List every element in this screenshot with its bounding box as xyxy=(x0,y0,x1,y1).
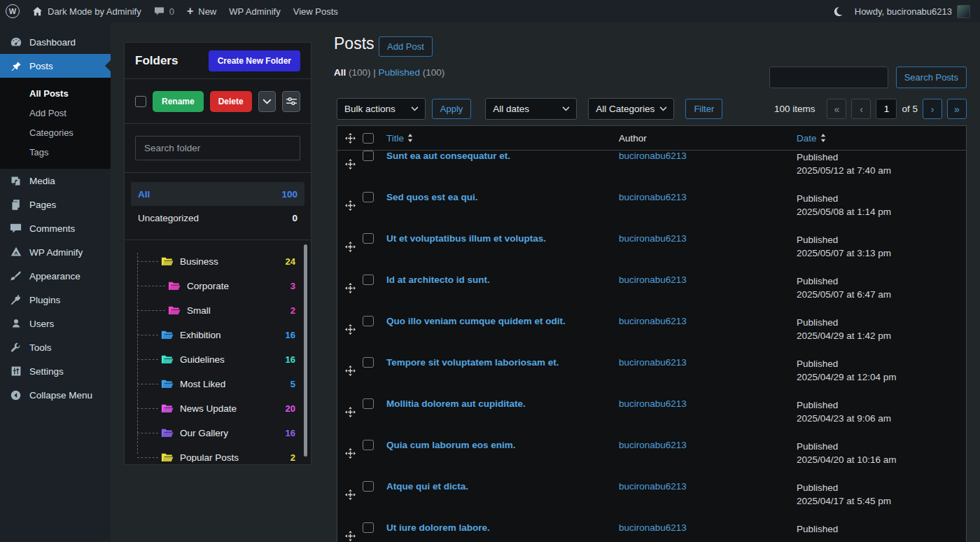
posts-search-input[interactable] xyxy=(769,67,888,88)
folder-item[interactable]: Popular Posts 2 xyxy=(125,445,311,462)
drag-handle-icon[interactable] xyxy=(337,133,363,144)
row-checkbox[interactable] xyxy=(363,233,386,244)
folder-item[interactable]: Our Gallery 16 xyxy=(125,421,311,445)
post-author-link[interactable]: bucironabu6213 xyxy=(619,398,797,409)
post-author-link[interactable]: bucironabu6213 xyxy=(619,357,797,368)
drag-handle-icon[interactable] xyxy=(337,233,363,252)
next-page-button[interactable]: › xyxy=(923,99,942,119)
folders-all-row[interactable]: All 100 xyxy=(131,182,304,206)
row-checkbox[interactable] xyxy=(363,192,386,202)
post-author-link[interactable]: bucironabu6213 xyxy=(619,481,797,492)
current-page-input[interactable] xyxy=(876,99,897,119)
delete-folder-button[interactable]: Delete xyxy=(210,91,252,112)
create-new-folder-button[interactable]: Create New Folder xyxy=(209,50,300,71)
post-title-link[interactable]: Sunt ea aut consequatur et. xyxy=(386,151,619,161)
folder-item[interactable]: Corporate 3 xyxy=(125,274,311,298)
rename-folder-button[interactable]: Rename xyxy=(153,91,204,112)
select-all-checkbox[interactable] xyxy=(363,133,386,144)
drag-handle-icon[interactable] xyxy=(337,316,363,335)
post-author-link[interactable]: bucironabu6213 xyxy=(619,192,797,202)
post-author-link[interactable]: bucironabu6213 xyxy=(619,440,797,450)
post-author-link[interactable]: bucironabu6213 xyxy=(619,275,797,285)
drag-handle-icon[interactable] xyxy=(337,398,363,417)
post-title-link[interactable]: Mollitia dolorem aut cupiditate. xyxy=(386,398,619,409)
row-checkbox[interactable] xyxy=(363,398,386,409)
sidebar-item-appearance[interactable]: Appearance xyxy=(0,264,111,288)
post-title-link[interactable]: Atque qui et dicta. xyxy=(386,481,619,492)
folder-item[interactable]: Business 24 xyxy=(125,249,311,274)
drag-handle-icon[interactable] xyxy=(337,481,363,500)
all-categories-select[interactable]: All Categories xyxy=(588,98,674,120)
sidebar-item-dashboard[interactable]: Dashboard xyxy=(0,30,111,54)
post-title-link[interactable]: Sed quos est ea qui. xyxy=(386,192,619,202)
add-post-button[interactable]: Add Post xyxy=(379,36,433,57)
filter-button[interactable]: Filter xyxy=(685,99,722,119)
first-page-button[interactable]: « xyxy=(827,99,846,119)
bulk-actions-select[interactable]: Bulk actions xyxy=(337,98,426,120)
post-author-link[interactable]: bucironabu6213 xyxy=(619,151,797,161)
post-author-link[interactable]: bucironabu6213 xyxy=(619,316,797,326)
sidebar-item-plugins[interactable]: Plugins xyxy=(0,288,111,312)
drag-handle-icon[interactable] xyxy=(337,151,363,169)
sidebar-item-posts[interactable]: Posts xyxy=(0,54,111,78)
sort-by-title-header[interactable]: Title xyxy=(386,133,619,144)
view-posts-link[interactable]: View Posts xyxy=(293,6,338,17)
sidebar-item-wp-adminify[interactable]: WP Adminify xyxy=(0,240,111,264)
row-checkbox[interactable] xyxy=(363,481,386,492)
apply-button[interactable]: Apply xyxy=(432,99,472,119)
folder-item[interactable]: Guidelines 16 xyxy=(125,347,311,372)
comments-indicator[interactable]: 0 xyxy=(154,6,174,17)
post-title-link[interactable]: Tempore sit voluptatem laboriosam et. xyxy=(386,357,619,368)
row-checkbox[interactable] xyxy=(363,522,386,533)
folders-select-all-checkbox[interactable] xyxy=(135,96,146,107)
view-all-link[interactable]: All xyxy=(334,67,346,78)
post-title-link[interactable]: Ut iure dolorem labore. xyxy=(386,522,619,533)
prev-page-button[interactable]: ‹ xyxy=(851,99,871,119)
post-title-link[interactable]: Ut et voluptatibus illum et voluptas. xyxy=(386,233,619,244)
row-checkbox[interactable] xyxy=(363,357,386,368)
folder-search-input[interactable] xyxy=(135,136,300,160)
all-dates-select[interactable]: All dates xyxy=(485,98,577,120)
row-checkbox[interactable] xyxy=(363,151,386,161)
submenu-all-posts[interactable]: All Posts xyxy=(0,83,111,103)
folder-item[interactable]: Small 2 xyxy=(125,298,311,323)
sidebar-item-pages[interactable]: Pages xyxy=(0,193,111,216)
site-name-link[interactable]: Dark Mode by Adminify xyxy=(32,6,141,17)
search-posts-button[interactable]: Search Posts xyxy=(896,67,967,88)
post-author-link[interactable]: bucironabu6213 xyxy=(619,233,797,244)
drag-handle-icon[interactable] xyxy=(337,275,363,293)
folders-uncategorized-row[interactable]: Uncategorized 0 xyxy=(131,206,304,230)
folder-item[interactable]: News Update 20 xyxy=(125,396,311,421)
sidebar-item-comments[interactable]: Comments xyxy=(0,216,111,240)
submenu-add-post[interactable]: Add Post xyxy=(0,103,111,123)
new-content-menu[interactable]: + New xyxy=(187,6,216,17)
row-checkbox[interactable] xyxy=(363,316,386,326)
row-checkbox[interactable] xyxy=(363,440,386,450)
row-checkbox[interactable] xyxy=(363,275,386,285)
wp-adminify-menu[interactable]: WP Adminify xyxy=(229,6,280,17)
drag-handle-icon[interactable] xyxy=(337,522,363,541)
view-published-link[interactable]: Published xyxy=(379,67,420,78)
sidebar-item-collapse-menu[interactable]: Collapse Menu xyxy=(0,383,111,407)
dark-mode-moon-icon[interactable] xyxy=(832,6,844,18)
submenu-categories[interactable]: Categories xyxy=(0,123,111,142)
sidebar-item-users[interactable]: Users xyxy=(0,312,111,335)
folder-tree-scrollbar[interactable] xyxy=(304,244,307,457)
drag-handle-icon[interactable] xyxy=(337,357,363,376)
folders-settings-button[interactable] xyxy=(282,91,300,112)
folder-item[interactable]: Most Liked 5 xyxy=(125,372,311,396)
post-author-link[interactable]: bucironabu6213 xyxy=(619,522,797,533)
folder-item[interactable]: Exhibition 16 xyxy=(125,323,311,347)
last-page-button[interactable]: » xyxy=(947,99,967,119)
account-menu[interactable]: Howdy, bucironabu6213 xyxy=(855,5,970,18)
drag-handle-icon[interactable] xyxy=(337,440,363,459)
folders-dropdown-button[interactable] xyxy=(258,91,276,112)
post-title-link[interactable]: Quo illo veniam cumque quidem et odit. xyxy=(386,316,619,326)
post-title-link[interactable]: Id at architecto id sunt. xyxy=(386,275,619,285)
wp-logo-menu[interactable]: W xyxy=(6,4,20,18)
sort-by-date-header[interactable]: Date xyxy=(797,133,966,144)
post-title-link[interactable]: Quia cum laborum eos enim. xyxy=(386,440,619,450)
drag-handle-icon[interactable] xyxy=(337,192,363,211)
sidebar-item-tools[interactable]: Tools xyxy=(0,335,111,359)
submenu-tags[interactable]: Tags xyxy=(0,142,111,162)
